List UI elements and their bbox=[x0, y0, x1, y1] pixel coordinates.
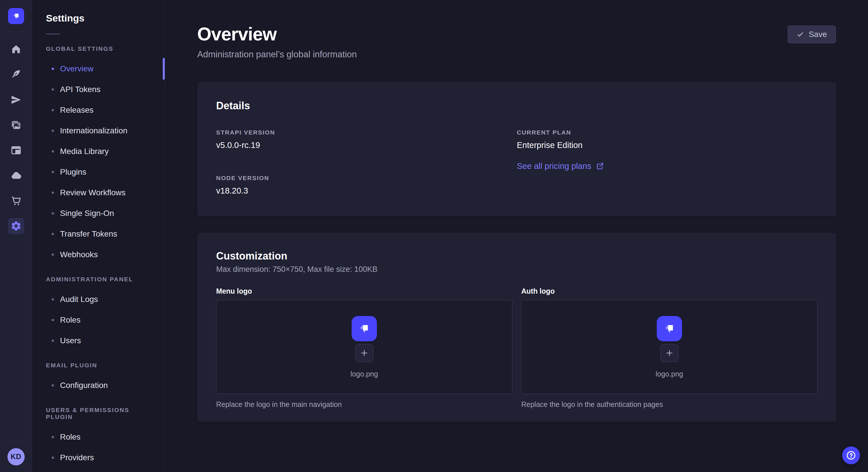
menu-logo-preview bbox=[352, 316, 377, 341]
auth-logo-label: Auth logo bbox=[521, 287, 817, 295]
strapi-admin-app: KD Settings GLOBAL SETTINGS Overview API… bbox=[0, 0, 868, 472]
section-administration-panel: ADMINISTRATION PANEL Audit Logs Roles Us… bbox=[32, 276, 165, 351]
subnav-item-transfer-tokens[interactable]: Transfer Tokens bbox=[32, 224, 165, 244]
menu-logo-column: Menu logo logo.png Replace the logo in t… bbox=[216, 287, 513, 409]
strapi-version-field: STRAPI VERSION v5.0.0-rc.19 bbox=[216, 129, 517, 150]
question-mark-icon bbox=[846, 450, 857, 461]
section-users-permissions-plugin: USERS & PERMISSIONS PLUGIN Roles Provide… bbox=[32, 407, 165, 468]
rail-nav-items bbox=[0, 37, 32, 239]
menu-logo-filename: logo.png bbox=[350, 370, 378, 378]
details-heading: Details bbox=[216, 100, 817, 112]
current-plan-field: CURRENT PLAN Enterprise Edition bbox=[517, 129, 818, 150]
rail-item-content-type-builder[interactable] bbox=[0, 138, 32, 163]
subnav-item-single-sign-on[interactable]: Single Sign-On bbox=[32, 203, 165, 224]
pricing-plans-link[interactable]: See all pricing plans bbox=[517, 162, 604, 171]
settings-subnav: Settings GLOBAL SETTINGS Overview API To… bbox=[32, 0, 165, 472]
menu-logo-add-button[interactable] bbox=[355, 344, 373, 362]
strapi-version-value: v5.0.0-rc.19 bbox=[216, 140, 517, 150]
details-left-column: STRAPI VERSION v5.0.0-rc.19 NODE VERSION… bbox=[216, 129, 517, 196]
subnav-item-plugins[interactable]: Plugins bbox=[32, 162, 165, 182]
paper-plane-icon bbox=[10, 94, 22, 105]
customization-card: Customization Max dimension: 750×750, Ma… bbox=[197, 233, 836, 422]
customization-heading: Customization bbox=[216, 250, 817, 262]
current-plan-value: Enterprise Edition bbox=[517, 140, 818, 150]
strapi-logo[interactable] bbox=[8, 8, 24, 24]
node-version-field: NODE VERSION v18.20.3 bbox=[216, 175, 517, 196]
cart-icon bbox=[10, 195, 22, 206]
rail-item-deploy[interactable] bbox=[0, 163, 32, 188]
rail-user-area: KD bbox=[0, 441, 32, 472]
subnav-item-email-configuration[interactable]: Configuration bbox=[32, 375, 165, 396]
auth-logo-preview bbox=[657, 316, 682, 341]
section-label: ADMINISTRATION PANEL bbox=[46, 276, 151, 283]
subnav-item-up-roles[interactable]: Roles bbox=[32, 427, 165, 447]
auth-logo-add-button[interactable] bbox=[660, 344, 678, 362]
workspace-logo-area bbox=[0, 0, 32, 32]
page-header: Overview Administration panel’s global i… bbox=[165, 0, 868, 60]
menu-logo-label: Menu logo bbox=[216, 287, 513, 295]
customization-constraints: Max dimension: 750×750, Max file size: 1… bbox=[216, 265, 817, 274]
node-version-value: v18.20.3 bbox=[216, 186, 517, 196]
section-label: USERS & PERMISSIONS PLUGIN bbox=[46, 407, 151, 420]
auth-logo-hint: Replace the logo in the authentication p… bbox=[521, 400, 817, 409]
external-link-icon bbox=[596, 162, 604, 170]
strapi-version-label: STRAPI VERSION bbox=[216, 129, 517, 136]
menu-logo-dropzone[interactable]: logo.png bbox=[216, 300, 513, 394]
rail-item-marketplace[interactable] bbox=[0, 188, 32, 213]
home-icon bbox=[10, 43, 22, 55]
logo-grid: Menu logo logo.png Replace the logo in t… bbox=[216, 287, 817, 409]
current-plan-label: CURRENT PLAN bbox=[517, 129, 818, 136]
plus-icon bbox=[360, 349, 369, 357]
rail-item-settings[interactable] bbox=[0, 213, 32, 239]
check-icon bbox=[797, 31, 804, 38]
gear-icon bbox=[10, 220, 22, 232]
layout-icon bbox=[10, 144, 22, 156]
page-subtitle: Administration panel’s global informatio… bbox=[197, 49, 836, 60]
help-button[interactable] bbox=[842, 446, 860, 464]
section-global-settings: GLOBAL SETTINGS Overview API Tokens Rele… bbox=[32, 45, 165, 265]
pictures-icon bbox=[10, 119, 22, 131]
strapi-mark-icon bbox=[356, 321, 372, 337]
rail-item-media-library[interactable] bbox=[0, 112, 32, 138]
page-title: Overview bbox=[197, 24, 836, 44]
node-version-label: NODE VERSION bbox=[216, 175, 517, 181]
strapi-mark-icon bbox=[11, 11, 22, 22]
plus-icon bbox=[665, 349, 674, 357]
pricing-plans-link-label: See all pricing plans bbox=[517, 162, 592, 171]
section-label: EMAIL PLUGIN bbox=[46, 362, 151, 369]
details-card: Details STRAPI VERSION v5.0.0-rc.19 NODE… bbox=[197, 82, 836, 216]
section-label: GLOBAL SETTINGS bbox=[46, 45, 151, 52]
subnav-title-divider bbox=[46, 34, 60, 34]
save-button[interactable]: Save bbox=[787, 26, 836, 43]
main-content: Overview Administration panel’s global i… bbox=[165, 0, 868, 472]
settings-active-highlight bbox=[8, 218, 24, 234]
subnav-item-audit-logs[interactable]: Audit Logs bbox=[32, 289, 165, 310]
subnav-item-admin-roles[interactable]: Roles bbox=[32, 310, 165, 330]
rail-item-home[interactable] bbox=[0, 37, 32, 62]
save-button-label: Save bbox=[809, 30, 827, 39]
subnav-item-internationalization[interactable]: Internationalization bbox=[32, 121, 165, 141]
rail-item-releases[interactable] bbox=[0, 87, 32, 112]
rail-item-content-manager[interactable] bbox=[0, 62, 32, 87]
main-nav-rail: KD bbox=[0, 0, 32, 472]
auth-logo-dropzone[interactable]: logo.png bbox=[521, 300, 817, 394]
subnav-item-admin-users[interactable]: Users bbox=[32, 330, 165, 351]
cloud-icon bbox=[10, 170, 22, 181]
subnav-item-overview[interactable]: Overview bbox=[32, 59, 165, 79]
strapi-mark-icon bbox=[661, 321, 677, 337]
subnav-item-review-workflows[interactable]: Review Workflows bbox=[32, 182, 165, 203]
auth-logo-column: Auth logo logo.png Replace the logo in t… bbox=[521, 287, 817, 409]
subnav-item-releases[interactable]: Releases bbox=[32, 100, 165, 121]
subnav-item-up-providers[interactable]: Providers bbox=[32, 447, 165, 468]
section-email-plugin: EMAIL PLUGIN Configuration bbox=[32, 362, 165, 396]
subnav-item-api-tokens[interactable]: API Tokens bbox=[32, 79, 165, 100]
subnav-item-webhooks[interactable]: Webhooks bbox=[32, 244, 165, 265]
details-right-column: CURRENT PLAN Enterprise Edition See all … bbox=[517, 129, 818, 196]
subnav-title: Settings bbox=[32, 0, 165, 24]
auth-logo-filename: logo.png bbox=[656, 370, 683, 378]
menu-logo-hint: Replace the logo in the main navigation bbox=[216, 400, 513, 409]
subnav-item-media-library[interactable]: Media Library bbox=[32, 141, 165, 162]
feather-icon bbox=[10, 69, 22, 80]
details-grid: STRAPI VERSION v5.0.0-rc.19 NODE VERSION… bbox=[216, 129, 817, 196]
user-avatar[interactable]: KD bbox=[7, 448, 25, 465]
